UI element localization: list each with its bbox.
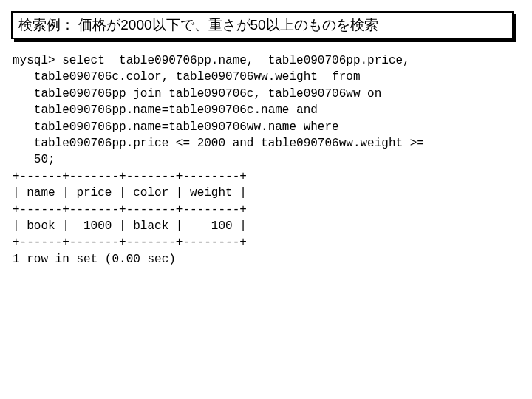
title-text: 検索例： 価格が2000以下で、重さが50以上のものを検索: [18, 17, 378, 33]
title-box: 検索例： 価格が2000以下で、重さが50以上のものを検索: [11, 11, 514, 39]
sql-code-block: mysql> select table090706pp.name, table0…: [13, 52, 521, 267]
